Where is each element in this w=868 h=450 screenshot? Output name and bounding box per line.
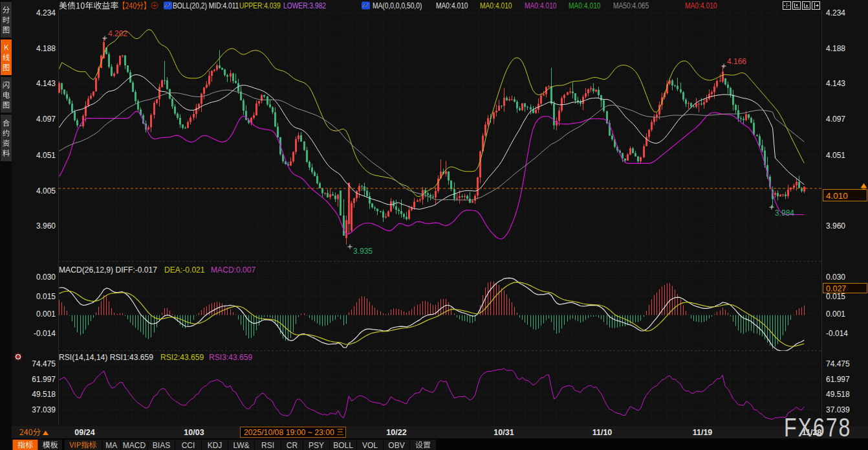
svg-text:FX678: FX678 bbox=[784, 413, 851, 442]
svg-text:BIAS: BIAS bbox=[153, 441, 170, 450]
svg-text:CCI: CCI bbox=[182, 441, 195, 450]
svg-text:11/19: 11/19 bbox=[693, 428, 713, 437]
svg-text:0.001: 0.001 bbox=[36, 309, 56, 319]
svg-text:LOWER:3.982: LOWER:3.982 bbox=[283, 1, 326, 10]
svg-text:10/31: 10/31 bbox=[494, 428, 514, 437]
svg-text:4.234: 4.234 bbox=[36, 8, 56, 17]
svg-text:4.188: 4.188 bbox=[36, 44, 56, 53]
svg-text:4.234: 4.234 bbox=[826, 8, 845, 17]
svg-text:2025/10/08 19:00 ~ 23:00: 2025/10/08 19:00 ~ 23:00 bbox=[244, 428, 334, 437]
svg-text:KDJ: KDJ bbox=[208, 441, 222, 450]
svg-text:3.935: 3.935 bbox=[353, 247, 373, 256]
svg-text:4.051: 4.051 bbox=[36, 151, 56, 160]
svg-text:0.001: 0.001 bbox=[826, 309, 845, 319]
svg-text:4.010: 4.010 bbox=[826, 191, 848, 201]
svg-text:LW&: LW& bbox=[233, 441, 249, 450]
svg-text:MA0:4.010: MA0:4.010 bbox=[525, 1, 557, 10]
svg-text:BOLL: BOLL bbox=[333, 441, 353, 450]
svg-text:74.475: 74.475 bbox=[32, 359, 56, 368]
svg-text:0.030: 0.030 bbox=[36, 273, 56, 282]
svg-text:MA0:4.010: MA0:4.010 bbox=[685, 1, 717, 10]
svg-text:MA50:4.065: MA50:4.065 bbox=[613, 1, 649, 10]
svg-text:4.202: 4.202 bbox=[108, 29, 127, 38]
svg-text:DEA:-0.021: DEA:-0.021 bbox=[164, 265, 205, 275]
svg-text:10/03: 10/03 bbox=[184, 428, 204, 437]
svg-text:49.518: 49.518 bbox=[826, 390, 850, 399]
svg-text:BOLL(20,2) MID:4.011: BOLL(20,2) MID:4.011 bbox=[173, 1, 239, 10]
svg-text:RSI2:43.659: RSI2:43.659 bbox=[160, 353, 204, 362]
svg-text:37.039: 37.039 bbox=[32, 405, 56, 414]
svg-text:09/24: 09/24 bbox=[74, 428, 94, 437]
svg-text:11/10: 11/10 bbox=[592, 428, 613, 437]
svg-text:MA0:4.010: MA0:4.010 bbox=[480, 1, 512, 10]
svg-text:MACD: MACD bbox=[123, 441, 146, 450]
svg-text:3.960: 3.960 bbox=[826, 221, 845, 231]
svg-text:0.030: 0.030 bbox=[826, 273, 845, 282]
svg-text:0.015: 0.015 bbox=[36, 292, 56, 301]
svg-text:49.518: 49.518 bbox=[32, 390, 56, 399]
svg-text:MACD(26,12,9) DIFF:-0.017: MACD(26,12,9) DIFF:-0.017 bbox=[59, 265, 157, 275]
svg-text:MA: MA bbox=[105, 441, 117, 450]
svg-text:PSY: PSY bbox=[309, 441, 324, 450]
svg-text:MA0:4.010: MA0:4.010 bbox=[436, 1, 468, 10]
svg-text:4.188: 4.188 bbox=[826, 44, 845, 53]
svg-text:MA(0,0,0,0,50,0): MA(0,0,0,0,50,0) bbox=[373, 1, 422, 10]
svg-text:4.143: 4.143 bbox=[826, 79, 845, 88]
svg-text:4.005: 4.005 bbox=[36, 186, 56, 196]
svg-text:4.166: 4.166 bbox=[727, 57, 746, 66]
svg-text:RSI: RSI bbox=[261, 441, 274, 450]
svg-text:-0.014: -0.014 bbox=[34, 329, 56, 338]
svg-text:MA0:4.010: MA0:4.010 bbox=[569, 1, 601, 10]
svg-text:61.997: 61.997 bbox=[32, 375, 56, 384]
svg-text:10/22: 10/22 bbox=[386, 428, 406, 437]
svg-text:4.097: 4.097 bbox=[826, 115, 845, 124]
svg-text:UPPER:4.039: UPPER:4.039 bbox=[239, 1, 281, 10]
svg-text:MACD:0.007: MACD:0.007 bbox=[211, 265, 255, 275]
svg-text:74.475: 74.475 bbox=[826, 359, 850, 368]
svg-text:4.143: 4.143 bbox=[36, 79, 56, 88]
svg-text:0.027: 0.027 bbox=[826, 284, 846, 293]
svg-text:3.960: 3.960 bbox=[36, 221, 56, 231]
svg-text:VOL: VOL bbox=[362, 441, 378, 450]
svg-text:61.997: 61.997 bbox=[826, 375, 850, 384]
svg-text:4.097: 4.097 bbox=[36, 115, 56, 124]
svg-text:-0.014: -0.014 bbox=[826, 329, 848, 338]
svg-text:RSI(14,14,14) RSI1:43.659: RSI(14,14,14) RSI1:43.659 bbox=[59, 353, 153, 362]
svg-text:3.984: 3.984 bbox=[775, 208, 794, 218]
svg-text:RSI3:43.659: RSI3:43.659 bbox=[209, 353, 252, 362]
svg-text:OBV: OBV bbox=[388, 441, 404, 450]
svg-text:CR: CR bbox=[287, 441, 298, 450]
svg-text:4.051: 4.051 bbox=[826, 151, 845, 160]
